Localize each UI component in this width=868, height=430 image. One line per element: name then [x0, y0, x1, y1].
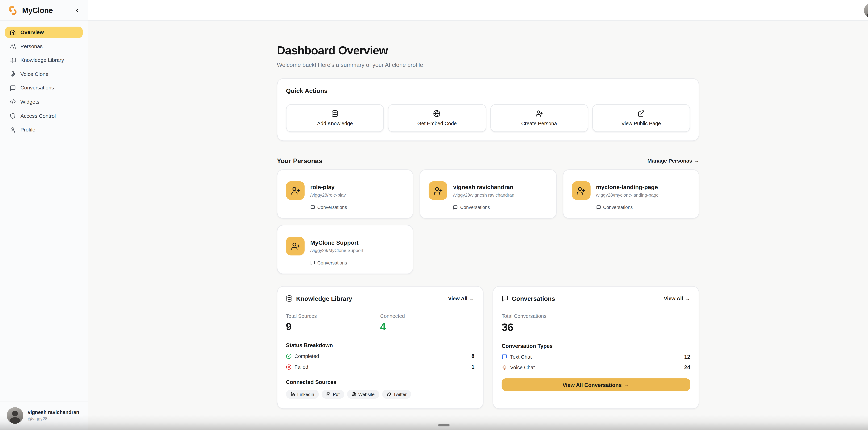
sidebar-item-conversations[interactable]: Conversations — [5, 82, 83, 94]
user-plus-icon — [434, 186, 443, 195]
user-plus-icon — [535, 110, 543, 117]
metric-label: Connected — [380, 313, 474, 319]
linkedin-icon — [290, 392, 295, 397]
sidebar-header: MyClone — [0, 0, 88, 21]
sidebar-item-label: Personas — [20, 43, 42, 49]
get-embed-code-button[interactable]: Get Embed Code — [388, 104, 486, 132]
sidebar-item-label: Knowledge Library — [20, 57, 64, 63]
sidebar-item-personas[interactable]: Personas — [5, 41, 83, 52]
button-label: View All Conversations — [562, 381, 622, 388]
persona-name: MyClone Support — [310, 239, 363, 246]
topbar-avatar[interactable] — [864, 3, 868, 18]
app-window: MyClone Overview Personas Knowledge Libr… — [0, 0, 868, 430]
microphone-icon — [9, 71, 16, 77]
type-value: 12 — [684, 354, 690, 360]
persona-name: myclone-landing-page — [596, 184, 659, 190]
conversation-types-title: Conversation Types — [502, 343, 690, 349]
arrow-right-icon: → — [694, 158, 699, 163]
persona-conversations-link[interactable]: Conversations — [453, 205, 547, 210]
connected-value: 4 — [380, 321, 474, 333]
sidebar-item-access-control[interactable]: Access Control — [5, 110, 83, 122]
persona-avatar — [286, 237, 305, 255]
button-label: Get Embed Code — [417, 121, 457, 126]
sidebar-collapse-button[interactable] — [72, 5, 82, 15]
check-circle-icon — [286, 353, 292, 359]
sidebar-item-widgets[interactable]: Widgets — [5, 96, 83, 108]
horizontal-scrollbar-thumb[interactable] — [438, 424, 450, 426]
view-all-conversations-button[interactable]: View All Conversations → — [502, 378, 690, 391]
sidebar-item-knowledge-library[interactable]: Knowledge Library — [5, 55, 83, 66]
sidebar-item-profile[interactable]: Profile — [5, 124, 83, 135]
status-value: 8 — [471, 353, 474, 359]
arrow-right-icon: → — [685, 296, 690, 301]
knowledge-view-all-link[interactable]: View All → — [448, 296, 474, 301]
chevron-left-icon — [74, 7, 80, 13]
conversations-title: Conversations — [512, 295, 555, 302]
user-plus-icon — [577, 186, 586, 195]
manage-personas-link[interactable]: Manage Personas → — [647, 158, 699, 164]
link-label: Conversations — [460, 205, 490, 210]
chip-label: Pdf — [333, 392, 340, 397]
persona-card-role-play[interactable]: role-play /viggy28/role-play Conversatio… — [277, 169, 413, 219]
sidebar-item-overview[interactable]: Overview — [5, 27, 83, 38]
type-row-voice-chat: Voice Chat 24 — [502, 364, 690, 370]
persona-card-vignesh-ravichandran[interactable]: vignesh ravichandran /viggy28/vignesh ra… — [420, 169, 556, 219]
quick-actions-card: Quick Actions Add Knowledge Get Embed Co… — [277, 78, 699, 141]
metric-label: Total Conversations — [502, 313, 690, 319]
globe-icon — [433, 110, 441, 117]
message-square-icon — [453, 205, 458, 210]
conversations-view-all-link[interactable]: View All → — [664, 296, 690, 301]
database-icon — [331, 110, 339, 117]
sidebar-user-footer[interactable]: vignesh ravichandran @viggy28 — [0, 402, 88, 430]
microphone-icon — [502, 365, 507, 370]
create-persona-button[interactable]: Create Persona — [490, 104, 588, 132]
type-label: Text Chat — [510, 354, 532, 360]
message-square-icon — [596, 205, 601, 210]
status-label: Failed — [294, 364, 308, 370]
persona-conversations-link[interactable]: Conversations — [310, 260, 404, 266]
view-public-page-button[interactable]: View Public Page — [592, 104, 690, 132]
button-label: Create Persona — [521, 121, 557, 126]
house-icon — [9, 29, 16, 35]
source-chip-linkedin: Linkedin — [286, 390, 319, 399]
persona-avatar — [429, 181, 447, 200]
person-silhouette-icon — [7, 407, 23, 424]
persona-card-myclone-landing-page[interactable]: myclone-landing-page /viggy28/myclone-la… — [563, 169, 699, 219]
status-value: 1 — [471, 364, 474, 370]
persona-name: role-play — [310, 184, 346, 190]
persona-path: /viggy28/role-play — [310, 192, 346, 197]
link-label: Conversations — [603, 205, 633, 210]
persona-conversations-link[interactable]: Conversations — [310, 205, 404, 210]
persona-path: /viggy28/myclone-landing-page — [596, 192, 659, 197]
total-conversations-metric: Total Conversations 36 — [502, 313, 690, 334]
page-content: Dashboard Overview Welcome back! Here's … — [88, 21, 868, 430]
status-label: Completed — [294, 353, 319, 359]
sidebar-item-label: Overview — [20, 30, 44, 35]
add-knowledge-button[interactable]: Add Knowledge — [286, 104, 384, 132]
connected-sources-title: Connected Sources — [286, 379, 474, 385]
user-plus-icon — [291, 242, 300, 251]
persona-name: vignesh ravichandran — [453, 184, 514, 190]
person-silhouette-icon — [864, 3, 868, 18]
sidebar-item-voice-clone[interactable]: Voice Clone — [5, 68, 83, 80]
source-chip-website: Website — [347, 390, 379, 399]
x-circle-icon — [286, 364, 292, 370]
persona-conversations-link[interactable]: Conversations — [596, 205, 690, 210]
sidebar-item-label: Conversations — [20, 85, 54, 91]
conversations-card: Conversations View All → Total Conversat… — [493, 286, 699, 409]
globe-icon — [351, 392, 356, 397]
status-row-failed: Failed 1 — [286, 364, 474, 370]
persona-card-myclone-support[interactable]: MyClone Support /viggy28/MyClone Support… — [277, 225, 413, 274]
personas-title: Your Personas — [277, 157, 322, 164]
knowledge-library-title: Knowledge Library — [296, 295, 352, 302]
type-row-text-chat: Text Chat 12 — [502, 354, 690, 360]
message-square-icon — [502, 295, 508, 302]
quick-actions-title: Quick Actions — [286, 87, 690, 94]
database-icon — [286, 295, 293, 302]
connected-sources-chips: Linkedin Pdf Website — [286, 390, 474, 399]
message-square-icon — [310, 261, 315, 266]
sidebar-nav: Overview Personas Knowledge Library Voic… — [0, 21, 88, 402]
sidebar: MyClone Overview Personas Knowledge Libr… — [0, 0, 88, 430]
link-label: Manage Personas — [647, 158, 692, 164]
myclone-logo-icon — [7, 5, 18, 16]
